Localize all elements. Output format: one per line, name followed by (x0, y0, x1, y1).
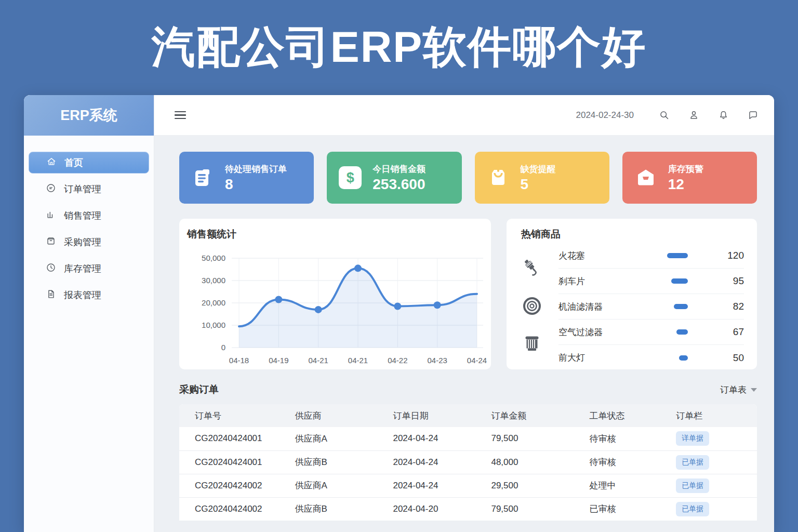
home-icon (46, 156, 57, 169)
svg-text:04-19: 04-19 (269, 356, 288, 365)
product-name: 前大灯 (558, 352, 679, 364)
svg-text:04-24: 04-24 (467, 356, 487, 365)
main-area: 2024-02-24-30 待处理销售订单 8 (154, 95, 774, 532)
supplier: 供应商B (295, 497, 393, 521)
rank-bar (667, 253, 688, 258)
supplier: 供应商A (295, 474, 393, 497)
order-amount: 79,500 (491, 427, 589, 450)
purchase-box-icon (46, 236, 56, 249)
order-date: 2024-04-24 (393, 427, 491, 450)
ranking-row: 机油滤清器 82 (558, 294, 744, 320)
orders-dropdown[interactable]: 订单表 (720, 384, 757, 396)
supplier: 供应商A (295, 427, 393, 450)
erp-window: ERP系统 首页 订单管理 销售管理 采购管理 库存管理 (24, 95, 774, 532)
col-order-date: 订单日期 (393, 404, 491, 427)
table-header-row: 订单号 供应商 订单日期 订单金额 工单状态 订单栏 (179, 404, 757, 427)
action-badge[interactable]: 已单据 (676, 478, 709, 493)
order-date: 2024-04-24 (393, 450, 491, 474)
sales-chart-icon (46, 209, 56, 222)
svg-text:04-22: 04-22 (388, 356, 407, 365)
order-status: 已审核 (589, 497, 676, 521)
order-amount: 48,000 (491, 450, 589, 474)
svg-text:04-21: 04-21 (308, 356, 328, 365)
order-id: CG20240424002 (179, 474, 295, 497)
svg-text:04-21: 04-21 (348, 356, 368, 365)
stat-label: 今日销售金额 (373, 163, 425, 175)
product-name: 机油滤清器 (558, 301, 674, 313)
order-status: 待审核 (589, 427, 676, 450)
stat-label: 待处理销售订单 (225, 163, 287, 175)
order-id: CG20240424001 (179, 450, 295, 474)
sidebar-item-reports[interactable]: 报表管理 (29, 284, 149, 306)
page-headline: 汽配公司ERP软件哪个好 (0, 18, 798, 77)
rank-bar (671, 278, 688, 284)
rank-bar (679, 355, 688, 361)
action-badge[interactable]: 已单据 (676, 502, 709, 516)
report-doc-icon (46, 289, 56, 302)
table-row[interactable]: CG20240424002 供应商B 2024-04-20 79,500 已审核… (179, 497, 757, 521)
order-date: 2024-04-24 (393, 474, 491, 497)
sales-chart-panel: 销售额统计 010,00020,00030,00050,00004-1804-1… (179, 219, 491, 369)
col-order-amount: 订单金额 (491, 404, 589, 427)
sidebar-item-label: 首页 (64, 156, 83, 169)
middle-panels-row: 销售额统计 010,00020,00030,00050,00004-1804-1… (179, 219, 757, 369)
user-icon[interactable] (688, 110, 699, 121)
product-value: 67 (720, 326, 744, 338)
sidebar-item-purchase[interactable]: 采购管理 (29, 231, 149, 253)
order-id: CG20240424002 (179, 497, 295, 521)
stat-cards-row: 待处理销售订单 8 $ 今日销售金额 253.600 (179, 152, 757, 204)
product-value: 82 (720, 301, 744, 312)
ranking-icons-column (521, 243, 558, 370)
bell-icon[interactable] (718, 110, 729, 121)
search-icon[interactable] (659, 110, 670, 121)
svg-text:30,000: 30,000 (202, 276, 225, 285)
product-value: 50 (720, 352, 744, 364)
chart-title: 销售额统计 (187, 228, 487, 241)
clock-icon (46, 262, 56, 275)
table-row[interactable]: CG20240424001 供应商B 2024-04-24 48,000 待审核… (179, 450, 757, 474)
sidebar-item-sales[interactable]: 销售管理 (29, 205, 149, 227)
stat-label: 缺货提醒 (521, 163, 556, 175)
ranking-row: 火花塞 120 (558, 243, 744, 269)
stat-label: 库存预警 (668, 163, 703, 175)
rank-bar (674, 304, 688, 309)
stat-value: 5 (521, 176, 556, 193)
sidebar-item-label: 销售管理 (64, 209, 101, 222)
sidebar-item-orders[interactable]: 订单管理 (29, 178, 149, 200)
product-name: 刹车片 (558, 275, 671, 287)
svg-text:20,000: 20,000 (202, 298, 225, 307)
stat-value: 12 (668, 176, 703, 193)
chat-icon[interactable] (748, 110, 759, 121)
ranking-title: 热销商品 (521, 228, 744, 241)
svg-text:50,000: 50,000 (202, 254, 225, 262)
sidebar-item-home[interactable]: 首页 (29, 152, 149, 174)
table-row[interactable]: CG20240424001 供应商A 2024-04-24 79,500 待审核… (179, 427, 757, 450)
stat-card-stockout-alert: 缺货提醒 5 (475, 152, 609, 204)
topbar: 2024-02-24-30 (154, 95, 774, 136)
spark-plug-icon (521, 257, 543, 281)
rank-bar (676, 329, 688, 335)
ranking-row: 前大灯 50 (558, 345, 744, 370)
svg-text:04-18: 04-18 (229, 356, 249, 365)
stat-card-inventory-warning: 库存预警 12 (622, 152, 757, 204)
sidebar-item-label: 报表管理 (64, 289, 101, 301)
product-value: 95 (720, 275, 744, 287)
col-order-id: 订单号 (179, 404, 295, 427)
orders-table-card: 订单号 供应商 订单日期 订单金额 工单状态 订单栏 CG20240424001… (179, 404, 757, 521)
table-row[interactable]: CG20240424002 供应商A 2024-04-24 29,500 处理中… (179, 474, 757, 497)
hamburger-menu-icon[interactable] (175, 109, 186, 122)
col-status: 工单状态 (589, 404, 676, 427)
stat-value: 8 (225, 176, 287, 193)
sidebar-item-label: 采购管理 (64, 236, 101, 248)
action-badge[interactable]: 已单据 (676, 455, 709, 470)
ranking-row: 空气过滤器 67 (558, 320, 744, 345)
hot-products-panel: 热销商品 (507, 219, 757, 369)
sidebar-menu: 首页 订单管理 销售管理 采购管理 库存管理 报表管理 (24, 136, 154, 311)
ranking-body: 火花塞 120 刹车片 95 机油滤清器 (521, 243, 744, 370)
product-name: 空气过滤器 (558, 326, 676, 338)
col-action: 订单栏 (676, 404, 757, 427)
sidebar-item-inventory[interactable]: 库存管理 (29, 258, 149, 280)
order-id: CG20240424001 (179, 427, 295, 450)
orders-table: 订单号 供应商 订单日期 订单金额 工单状态 订单栏 CG20240424001… (179, 404, 757, 521)
action-badge[interactable]: 详单据 (676, 431, 709, 446)
